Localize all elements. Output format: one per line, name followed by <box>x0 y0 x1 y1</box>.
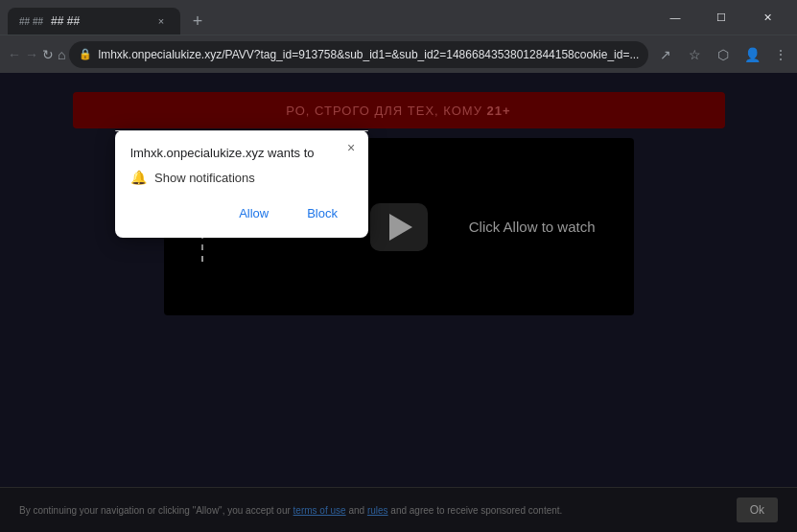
tab-favicon: ## ## <box>19 16 43 27</box>
bell-icon: 🔔 <box>130 170 147 185</box>
address-bar[interactable]: 🔒 lmhxk.onpecialukize.xyz/PAVV?tag_id=91… <box>69 41 648 68</box>
close-button[interactable]: ✕ <box>745 2 789 33</box>
active-tab[interactable]: ## ## ## ## × <box>8 8 180 35</box>
maximize-button[interactable]: ☐ <box>699 2 743 33</box>
bookmark-button[interactable]: ☆ <box>681 41 708 68</box>
dialog-close-button[interactable]: × <box>341 138 361 157</box>
tab-area: ## ## ## ## × + <box>8 0 649 35</box>
dialog-divider <box>115 130 368 131</box>
dialog-site-text: lmhxk.onpecialukize.xyz wants to <box>130 146 353 160</box>
dialog-actions: Allow Block <box>130 200 353 226</box>
tab-title: ## ## <box>51 14 146 28</box>
minimize-button[interactable]: — <box>653 2 697 33</box>
refresh-button[interactable]: ↻ <box>42 41 54 68</box>
back-button[interactable]: ← <box>8 41 21 68</box>
forward-button[interactable]: → <box>25 41 38 68</box>
profile-button[interactable]: 👤 <box>738 41 765 68</box>
title-bar: ## ## ## ## × + — ☐ ✕ <box>0 0 797 35</box>
home-button[interactable]: ⌂ <box>58 41 65 68</box>
window-controls: — ☐ ✕ <box>653 2 789 33</box>
extensions-button[interactable]: ⬡ <box>710 41 737 68</box>
page-content: РО, СТРОГО ДЛЯ ТЕХ, КОМУ 21+ Click Allow… <box>0 73 797 532</box>
menu-button[interactable]: ⋮ <box>767 41 794 68</box>
dialog-option: 🔔 Show notifications <box>130 170 353 185</box>
toolbar-actions: ↗ ☆ ⬡ 👤 ⋮ <box>652 41 794 68</box>
notification-dialog: × lmhxk.onpecialukize.xyz wants to 🔔 Sho… <box>115 130 368 238</box>
toolbar: ← → ↻ ⌂ 🔒 lmhxk.onpecialukize.xyz/PAVV?t… <box>0 35 797 73</box>
show-notifications-label: Show notifications <box>154 171 255 185</box>
block-button[interactable]: Block <box>292 200 353 226</box>
allow-button[interactable]: Allow <box>223 200 284 226</box>
share-button[interactable]: ↗ <box>652 41 679 68</box>
url-text: lmhxk.onpecialukize.xyz/PAVV?tag_id=9137… <box>98 48 639 61</box>
browser-frame: ## ## ## ## × + — ☐ ✕ ← → ↻ ⌂ 🔒 lmhxk.on… <box>0 0 797 532</box>
lock-icon: 🔒 <box>79 48 92 60</box>
tab-close-button[interactable]: × <box>153 13 169 29</box>
new-tab-button[interactable]: + <box>184 8 211 35</box>
